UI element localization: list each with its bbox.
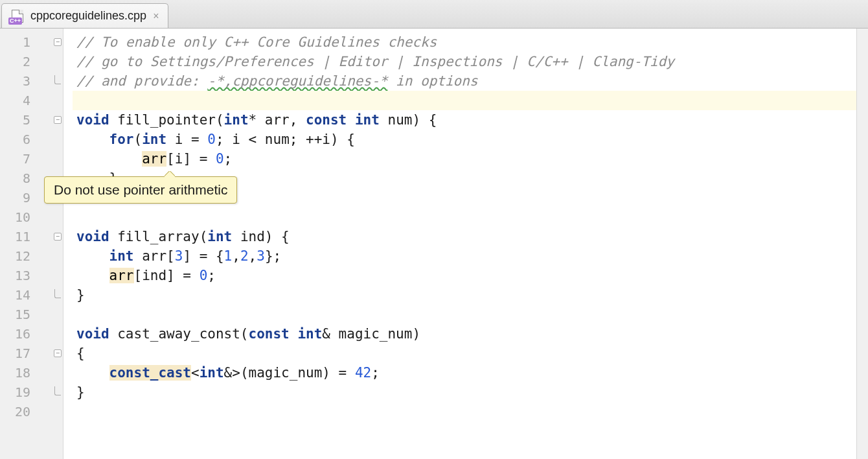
line-number[interactable]: 6 — [0, 130, 63, 149]
code-line[interactable] — [73, 207, 856, 227]
close-icon[interactable]: × — [152, 10, 160, 22]
code-line[interactable]: } — [73, 285, 856, 305]
code-line[interactable]: const_cast<int&>(magic_num) = 42; — [73, 363, 856, 383]
line-number[interactable]: 13 — [0, 266, 63, 285]
inspection-highlight[interactable]: arr — [109, 268, 134, 283]
fold-icon[interactable]: − — [54, 349, 62, 357]
tab-bar: C++ cppcoreguidelines.cpp × — [0, 0, 868, 29]
line-number[interactable]: 3 — [0, 71, 63, 91]
code-line[interactable]: for(int i = 0; i < num; ++i) { — [73, 130, 856, 149]
change-marker-strip — [63, 29, 73, 459]
line-number[interactable]: 16 — [0, 324, 63, 344]
code-line[interactable]: void fill_pointer(int* arr, const int nu… — [73, 110, 856, 130]
code-line[interactable]: arr[i] = 0; — [73, 149, 856, 169]
line-number[interactable]: 19 — [0, 383, 63, 402]
line-number[interactable]: 2 — [0, 52, 63, 71]
fold-icon[interactable]: − — [54, 233, 62, 241]
line-number[interactable]: 14 — [0, 285, 63, 305]
tab-filename: cppcoreguidelines.cpp — [30, 9, 146, 23]
code-line[interactable]: void fill_array(int ind) { — [73, 227, 856, 246]
code-line[interactable] — [73, 305, 856, 324]
tooltip-arrow-icon — [165, 171, 175, 177]
code-line[interactable] — [73, 402, 856, 421]
inspection-highlight[interactable]: const_cast — [109, 365, 191, 381]
code-line[interactable]: } — [73, 383, 856, 402]
line-number[interactable]: 15 — [0, 305, 63, 324]
gutter[interactable]: 1− 2 3 4 5− 6 7 8 9 10 11− 12 13 14 15 1… — [0, 29, 63, 459]
code-line[interactable]: int arr[3] = {1,2,3}; — [73, 246, 856, 266]
inspection-highlight[interactable]: arr — [142, 151, 166, 167]
fold-icon[interactable]: − — [54, 38, 62, 46]
code-line[interactable]: void cast_away_const(const int& magic_nu… — [73, 324, 856, 344]
line-number[interactable]: 12 — [0, 246, 63, 266]
line-number[interactable]: 7 — [0, 149, 63, 169]
fold-end-icon — [54, 386, 61, 395]
line-number[interactable]: 11− — [0, 227, 63, 246]
code-line[interactable]: { — [73, 344, 856, 363]
line-number[interactable]: 17− — [0, 344, 63, 363]
tooltip-text: Do not use pointer arithmetic — [54, 182, 227, 197]
code-line[interactable]: arr[ind] = 0; — [73, 266, 856, 285]
line-number[interactable]: 10 — [0, 207, 63, 227]
line-number[interactable]: 5− — [0, 110, 63, 130]
line-number[interactable]: 18 — [0, 363, 63, 383]
error-stripe[interactable] — [856, 29, 868, 459]
file-tab[interactable]: C++ cppcoreguidelines.cpp × — [1, 3, 168, 28]
fold-icon[interactable]: − — [54, 116, 62, 124]
line-number[interactable]: 1− — [0, 32, 63, 52]
fold-end-icon — [54, 289, 61, 298]
code-line[interactable]: // To enable only C++ Core Guidelines ch… — [73, 32, 856, 52]
inspection-tooltip: Do not use pointer arithmetic — [44, 176, 237, 204]
cpp-file-icon: C++ — [10, 9, 25, 23]
code-line[interactable]: // and provide: -*,cppcoreguidelines-* i… — [73, 71, 856, 91]
line-number[interactable]: 4 — [0, 91, 63, 110]
editor: 1− 2 3 4 5− 6 7 8 9 10 11− 12 13 14 15 1… — [0, 29, 868, 459]
code-line[interactable]: // go to Settings/Preferences | Editor |… — [73, 52, 856, 71]
code-line-current[interactable] — [73, 91, 856, 110]
code-area[interactable]: // To enable only C++ Core Guidelines ch… — [73, 29, 856, 459]
line-number[interactable]: 20 — [0, 402, 63, 421]
fold-end-icon — [54, 75, 61, 84]
